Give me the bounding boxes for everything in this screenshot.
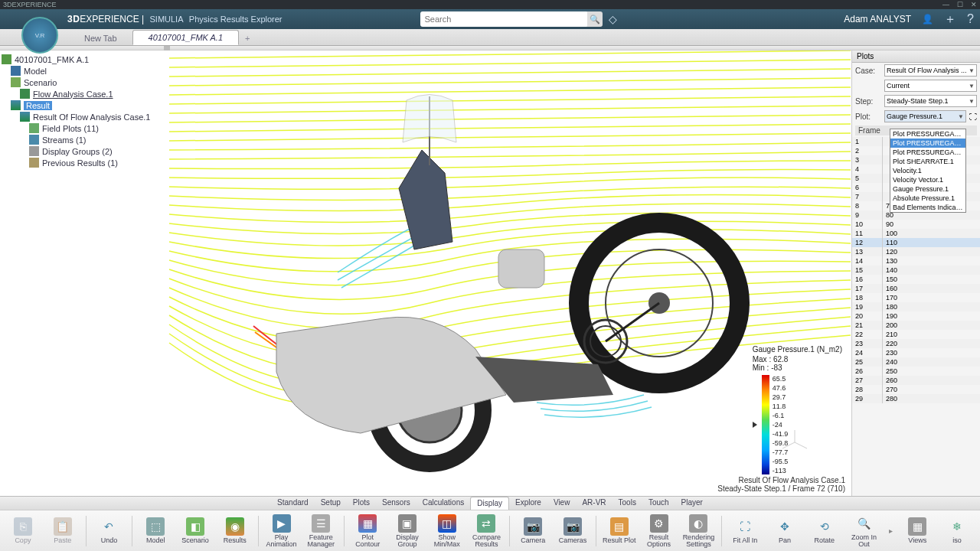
dropdown-item[interactable]: Gauge Pressure.1 [890,184,965,194]
frame-row[interactable]: 20190 [852,311,980,321]
camera-button[interactable]: 📷Camera [514,513,551,549]
tree-streams[interactable]: Streams (1) [2,134,167,145]
frame-row[interactable]: 18170 [852,293,980,302]
model-button[interactable]: ⬚Model [137,513,174,549]
close-icon[interactable]: ✕ [971,1,977,8]
rendering-settings-button[interactable]: ◐Rendering Settings [681,513,717,549]
app-header: V.R 3DEXPERIENCE | SIMULIA Physics Resul… [0,9,980,29]
maximize-icon[interactable]: ☐ [957,1,963,8]
frame-row[interactable]: 28270 [852,385,980,394]
tab-add-icon[interactable]: + [239,31,256,45]
frame-row[interactable]: 13120 [852,247,980,256]
copy-button[interactable]: ⎘Copy [5,513,41,549]
search-input[interactable] [420,11,589,27]
frame-row[interactable]: 26250 [852,367,980,376]
search-icon[interactable]: 🔍 [587,11,603,27]
help-icon[interactable]: ? [967,12,974,26]
dropdown-item[interactable]: Velocity Vector.1 [890,175,965,184]
frame-row[interactable]: 22210 [852,330,980,339]
dropdown-item[interactable]: Velocity.1 [890,166,965,175]
tab-new[interactable]: New Tab [69,31,132,45]
plots-tab[interactable]: Plots [852,51,980,63]
compare-results-button[interactable]: ⇄Compare Results [469,513,505,549]
expand-plot-icon[interactable]: ⛶ [969,112,977,121]
frame-row[interactable]: 15140 [852,266,980,275]
dropdown-item[interactable]: Bad Elements Indicator.1 [890,203,965,212]
3d-viewport[interactable]: Gauge Pressure.1 (N_m2) Max : 62.8 Min :… [168,51,851,496]
tree-root[interactable]: 40107001_FMK A.1 [2,54,167,65]
frame-row[interactable]: 14130 [852,256,980,266]
tree-field-plots[interactable]: Field Plots (11) [2,122,167,134]
dropdown-item[interactable]: Plot PRESSUREGAU.2 [890,139,965,148]
tree-result-case[interactable]: Result Of Flow Analysis Case.1 [2,111,167,122]
dropdown-item[interactable]: Plot SHEARRATE.1 [890,157,965,166]
dropdown-item[interactable]: Plot PRESSUREGAU.1 [890,129,965,139]
play-animation-button[interactable]: ▶Play Animation [263,513,300,549]
ribbon-tab-sensors[interactable]: Sensors [376,497,416,510]
step-select[interactable]: Steady-State Step.1▼ [884,95,977,107]
feature-manager-button[interactable]: ☰Feature Manager [302,513,339,549]
result-options-button[interactable]: ⚙Result Options [641,513,678,549]
tree-model[interactable]: Model [2,65,167,77]
ribbon-tab-touch[interactable]: Touch [642,497,675,510]
pan-button[interactable]: ✥Pan [766,513,803,549]
svg-rect-5 [498,249,544,288]
frame-row[interactable]: 11100 [852,229,980,238]
frame-row[interactable]: 23220 [852,339,980,348]
frame-row[interactable]: 19180 [852,302,980,311]
undo-button[interactable]: ↶Undo [91,513,128,549]
ribbon-tab-display[interactable]: Display [470,497,509,510]
display-group-button[interactable]: ▣Display Group [389,513,426,549]
scenario-button[interactable]: ◧Scenario [177,513,214,549]
dropdown-item[interactable]: Plot PRESSUREGAU.3 [890,148,965,157]
frame-row[interactable]: 25240 [852,357,980,367]
paste-button[interactable]: 📋Paste [44,513,81,549]
compass-icon[interactable]: V.R [21,17,58,54]
add-icon[interactable]: ＋ [944,11,956,28]
frame-row[interactable]: 27260 [852,376,980,385]
frame-row[interactable]: 16150 [852,275,980,284]
tree-result[interactable]: Result [2,99,167,111]
ribbon-tab-calculations[interactable]: Calculations [416,497,470,510]
rotate-button[interactable]: ⟲Rotate [806,513,843,549]
ribbon-tab-explore[interactable]: Explore [509,497,547,510]
fit-all-button[interactable]: ⛶Fit All In [727,513,763,549]
result-plot-button[interactable]: ▤Result Plot [601,513,638,549]
user-name[interactable]: Adam ANALYST [844,14,911,24]
tree-display-groups[interactable]: Display Groups (2) [2,145,167,157]
dropdown-item[interactable]: Absolute Pressure.1 [890,194,965,203]
tree-previous-results[interactable]: Previous Results (1) [2,157,167,168]
results-button[interactable]: ◉Results [217,513,253,549]
ribbon-tab-player[interactable]: Player [675,497,709,510]
tree-scenario[interactable]: Scenario [2,77,167,88]
zoom-button[interactable]: 🔍Zoom In Out [846,513,883,549]
ribbon-tab-tools[interactable]: Tools [612,497,642,510]
frame-row[interactable]: 29280 [852,394,980,403]
tab-active[interactable]: 40107001_FMK A.1 [132,30,239,45]
minimize-icon[interactable]: — [942,1,949,8]
show-minmax-button[interactable]: ◫Show Min/Max [429,513,466,549]
ribbon-tab-view[interactable]: View [547,497,577,510]
plot-dropdown[interactable]: Plot PRESSUREGAU.1Plot PRESSUREGAU.2Plot… [890,129,966,213]
case-select[interactable]: Result Of Flow Analysis ...▼ [884,64,977,77]
views-button[interactable]: ▦Views [899,513,936,549]
ribbon-tab-ar-vr[interactable]: AR-VR [576,497,612,510]
cameras-button[interactable]: 📷Cameras [554,513,591,549]
iso-button[interactable]: ❄iso [939,513,975,549]
frame-row[interactable]: 12110 [852,238,980,247]
avatar-icon[interactable]: 👤 [922,14,933,24]
frame-row[interactable]: 1090 [852,220,980,229]
case-sub-select[interactable]: Current▼ [884,80,977,92]
tag-icon[interactable]: ◇ [609,13,617,25]
document-tabs: New Tab 40107001_FMK A.1 + [0,29,980,46]
frame-row[interactable]: 24230 [852,348,980,357]
ribbon-tab-standard[interactable]: Standard [271,497,315,510]
frame-row[interactable]: 17160 [852,284,980,293]
ribbon-tab-setup[interactable]: Setup [315,497,347,510]
frame-row[interactable]: 21200 [852,321,980,330]
ribbon-expand-icon[interactable]: ▸ [885,527,896,535]
ribbon-tab-plots[interactable]: Plots [347,497,376,510]
plot-select[interactable]: Gauge Pressure.1▼ [884,110,966,122]
tree-flow-case[interactable]: Flow Analysis Case.1 [2,88,167,99]
plot-contour-button[interactable]: ▦Plot Contour [349,513,386,549]
